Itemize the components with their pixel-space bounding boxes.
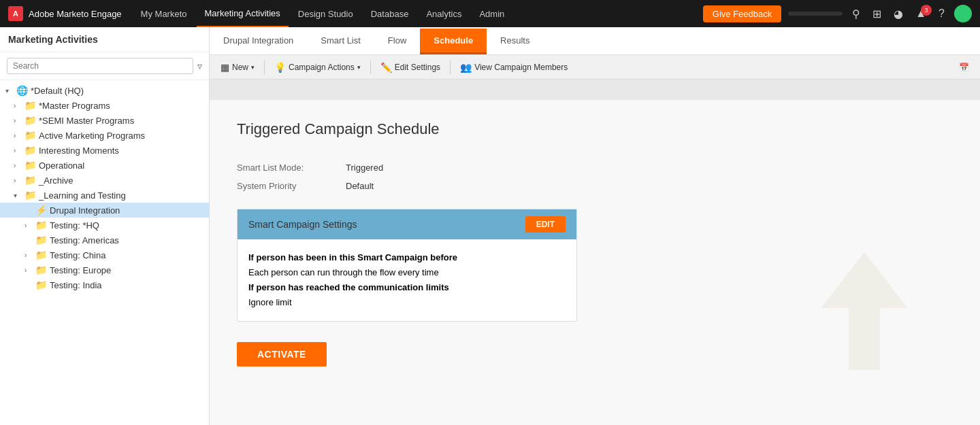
edit-button[interactable]: EDIT bbox=[525, 216, 566, 233]
folder-icon: 📁 bbox=[35, 279, 47, 290]
tree-item-testing-americas[interactable]: 📁 Testing: Americas bbox=[0, 233, 209, 248]
toolbar-divider bbox=[264, 61, 265, 74]
tree-item-testing-china[interactable]: › 📁 Testing: China bbox=[0, 248, 209, 262]
tab-drupal-integration[interactable]: Drupal Integration bbox=[210, 29, 307, 54]
nav-marketing-activities[interactable]: Marketing Activities bbox=[197, 0, 289, 27]
tree-label: *SEMI Master Programs bbox=[39, 116, 203, 126]
campaign-dropdown-icon: ▾ bbox=[357, 64, 361, 71]
sidebar-search-bar: ▿ bbox=[0, 52, 209, 80]
tree-item-testing-europe[interactable]: › 📁 Testing: Europe bbox=[0, 262, 209, 277]
toolbar-divider-2 bbox=[370, 61, 371, 74]
user-avatar[interactable] bbox=[954, 5, 972, 22]
tree-label: _Learning and Testing bbox=[39, 190, 203, 201]
tree-item-testing-india[interactable]: 📁 Testing: India bbox=[0, 277, 209, 292]
folder-icon: 📁 bbox=[35, 265, 47, 275]
chevron-right-icon: › bbox=[14, 147, 22, 154]
page-title: Triggered Campaign Schedule bbox=[237, 120, 795, 138]
tab-schedule[interactable]: Schedule bbox=[420, 29, 487, 54]
campaign-actions-button[interactable]: 💡 Campaign Actions ▾ bbox=[269, 59, 366, 75]
help-icon[interactable]: ? bbox=[936, 5, 947, 22]
feedback-button[interactable]: Give Feedback bbox=[703, 5, 781, 22]
smart-list-mode-row: Smart List Mode: Triggered bbox=[237, 158, 795, 177]
tree-item-active-marketing[interactable]: › 📁 Active Marketing Programs bbox=[0, 128, 209, 143]
activate-button[interactable]: ACTIVATE bbox=[237, 342, 327, 367]
tree-label: Testing: *HQ bbox=[50, 220, 203, 231]
tree-item-master-programs[interactable]: › 📁 *Master Programs bbox=[0, 98, 209, 113]
clock-icon[interactable]: ◕ bbox=[891, 5, 906, 23]
search-pill[interactable] bbox=[788, 12, 843, 16]
page-header-bar bbox=[210, 80, 980, 100]
system-priority-value: Default bbox=[346, 181, 374, 191]
view-campaign-members-label: View Campaign Members bbox=[474, 63, 568, 72]
tree-item-archive[interactable]: › 📁 _Archive bbox=[0, 173, 209, 188]
campaign-icon: 💡 bbox=[274, 62, 286, 73]
notifications[interactable]: ▲ 3 bbox=[913, 7, 929, 20]
nav-analytics[interactable]: Analytics bbox=[418, 0, 470, 27]
tree-item-semi-master[interactable]: › 📁 *SEMI Master Programs bbox=[0, 113, 209, 128]
calendar-icon: 📅 bbox=[959, 63, 969, 72]
page-main: Triggered Campaign Schedule Smart List M… bbox=[210, 100, 822, 387]
line4: Ignore limit bbox=[248, 295, 566, 310]
tree-label: Drupal Integration bbox=[50, 205, 203, 216]
tree-label: Active Marketing Programs bbox=[39, 131, 203, 141]
nav-admin[interactable]: Admin bbox=[471, 0, 512, 27]
grid-icon[interactable]: ⊞ bbox=[870, 5, 884, 23]
line3-bold: If person has reached the communication … bbox=[248, 280, 566, 295]
tree-label: Testing: China bbox=[50, 250, 203, 260]
smart-list-mode-value: Triggered bbox=[346, 163, 383, 173]
settings-card-title: Smart Campaign Settings bbox=[248, 219, 357, 230]
nav-database[interactable]: Database bbox=[363, 0, 417, 27]
tree-label: _Archive bbox=[39, 175, 203, 186]
sidebar: Marketing Activities ▿ ▾ 🌐 *Default (HQ)… bbox=[0, 27, 210, 425]
nav-design-studio[interactable]: Design Studio bbox=[290, 0, 361, 27]
toolbar-divider-3 bbox=[450, 61, 451, 74]
nav-items: My Marketo Marketing Activities Design S… bbox=[133, 0, 698, 27]
new-dropdown-icon: ▾ bbox=[251, 64, 255, 71]
new-button[interactable]: ▦ New ▾ bbox=[215, 59, 260, 75]
search-icon[interactable]: ⚲ bbox=[849, 5, 863, 23]
filter-icon[interactable]: ▿ bbox=[197, 61, 202, 71]
folder-icon: 📁 bbox=[24, 160, 36, 171]
tree-label: Operational bbox=[39, 160, 203, 171]
toolbar: ▦ New ▾ 💡 Campaign Actions ▾ ✏️ Edit Set… bbox=[210, 55, 980, 80]
folder-icon: 📁 bbox=[24, 175, 36, 186]
folder-icon: 📁 bbox=[35, 250, 47, 260]
folder-icon: 📁 bbox=[35, 220, 47, 231]
tree-label: Testing: India bbox=[50, 280, 203, 290]
main-layout: Marketing Activities ▿ ▾ 🌐 *Default (HQ)… bbox=[0, 27, 980, 425]
lightning-icon: ⚡ bbox=[35, 205, 47, 216]
tree-item-operational[interactable]: › 📁 Operational bbox=[0, 158, 209, 173]
tree-label: Testing: Europe bbox=[50, 265, 203, 275]
tree-item-interesting-moments[interactable]: › 📁 Interesting Moments bbox=[0, 143, 209, 158]
sidebar-title: Marketing Activities bbox=[0, 27, 209, 52]
members-icon: 👥 bbox=[460, 62, 472, 73]
tabs-bar: Drupal Integration Smart List Flow Sched… bbox=[210, 27, 980, 55]
tab-smart-list[interactable]: Smart List bbox=[307, 29, 374, 54]
chevron-right-icon: › bbox=[14, 102, 22, 109]
line1-bold: If person has been in this Smart Campaig… bbox=[248, 250, 566, 265]
folder-icon: 📁 bbox=[24, 115, 36, 126]
tree-item-default-hq[interactable]: ▾ 🌐 *Default (HQ) bbox=[0, 83, 209, 98]
search-input[interactable] bbox=[7, 58, 193, 74]
page-content: Triggered Campaign Schedule Smart List M… bbox=[210, 80, 980, 425]
chevron-right-icon: › bbox=[24, 252, 33, 259]
folder-icon: 📁 bbox=[24, 190, 36, 201]
tab-flow[interactable]: Flow bbox=[374, 29, 420, 54]
tree-item-testing-hq[interactable]: › 📁 Testing: *HQ bbox=[0, 218, 209, 233]
info-table: Smart List Mode: Triggered System Priori… bbox=[237, 158, 795, 195]
tree-label: Interesting Moments bbox=[39, 146, 203, 156]
view-campaign-members-button[interactable]: 👥 View Campaign Members bbox=[455, 59, 573, 75]
system-priority-row: System Priority Default bbox=[237, 177, 795, 195]
content-area: Drupal Integration Smart List Flow Sched… bbox=[210, 27, 980, 425]
edit-settings-button[interactable]: ✏️ Edit Settings bbox=[375, 59, 446, 75]
tree-item-drupal-integration[interactable]: ⚡ Drupal Integration bbox=[0, 203, 209, 218]
tab-results[interactable]: Results bbox=[487, 29, 543, 54]
chevron-right-icon: › bbox=[14, 162, 22, 169]
tree-label: *Default (HQ) bbox=[31, 86, 203, 96]
nav-right: Give Feedback ⚲ ⊞ ◕ ▲ 3 ? bbox=[703, 5, 972, 23]
nav-my-marketo[interactable]: My Marketo bbox=[133, 0, 195, 27]
folder-icon: 📁 bbox=[24, 100, 36, 111]
chevron-right-icon: › bbox=[14, 117, 22, 124]
tree-item-learning-testing[interactable]: ▾ 📁 _Learning and Testing bbox=[0, 188, 209, 203]
calendar-button[interactable]: 📅 bbox=[953, 60, 975, 75]
